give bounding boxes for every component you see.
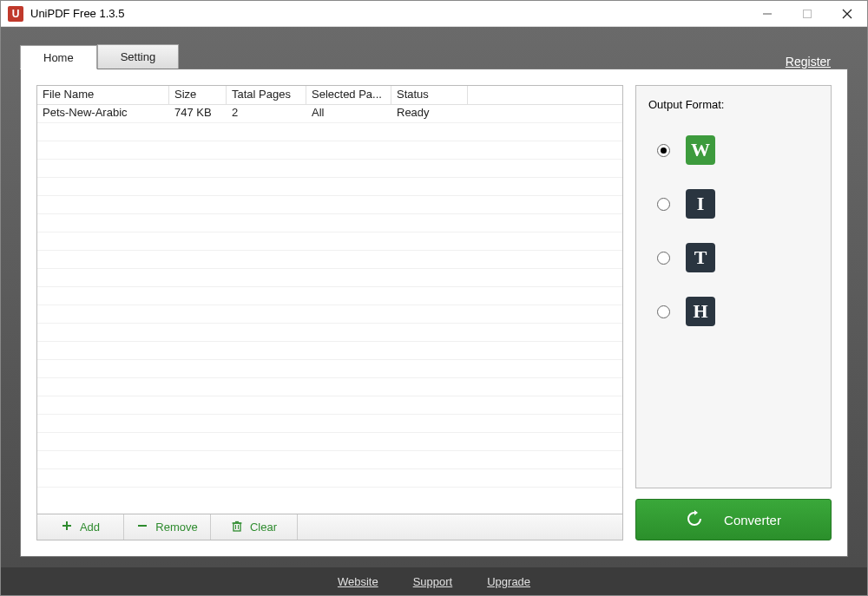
table-row[interactable]: Pets-New-Arabic 747 KB 2 All Ready — [37, 105, 622, 123]
cell-status: Ready — [391, 105, 468, 122]
minimize-button[interactable] — [747, 1, 787, 27]
action-bar: Add Remove Clear — [36, 514, 623, 540]
convert-label: Converter — [724, 513, 781, 527]
window-controls — [747, 1, 867, 27]
maximize-button[interactable] — [787, 1, 827, 27]
html-icon: H — [686, 297, 715, 326]
app-window: U UniPDF Free 1.3.5 Home Setting Registe… — [0, 0, 868, 596]
cell-selectedpages: All — [306, 105, 391, 122]
empty-row — [37, 342, 622, 360]
plus-icon — [61, 520, 73, 534]
radio-html[interactable] — [657, 305, 670, 318]
clear-label: Clear — [250, 521, 277, 534]
table-body: Pets-New-Arabic 747 KB 2 All Ready — [37, 105, 622, 488]
empty-row — [37, 378, 622, 396]
empty-row — [37, 451, 622, 469]
remove-button[interactable]: Remove — [124, 514, 211, 540]
app-icon: U — [8, 6, 23, 22]
empty-row — [37, 214, 622, 233]
header-status[interactable]: Status — [391, 86, 468, 104]
word-icon: W — [686, 135, 715, 165]
radio-word[interactable] — [657, 144, 670, 157]
window-title: UniPDF Free 1.3.5 — [30, 7, 747, 20]
table-header: File Name Size Tatal Pages Selected Pa..… — [37, 86, 622, 105]
empty-row — [37, 360, 622, 378]
minus-icon — [136, 520, 148, 534]
add-label: Add — [80, 521, 100, 534]
client-area: Home Setting Register File Name Size Tat… — [1, 27, 867, 595]
svg-rect-7 — [233, 523, 240, 531]
add-button[interactable]: Add — [37, 514, 124, 540]
cell-size: 747 KB — [169, 105, 227, 122]
format-option-image[interactable]: I — [648, 186, 819, 239]
header-totalpages[interactable]: Tatal Pages — [227, 86, 306, 104]
empty-row — [37, 178, 622, 196]
support-link[interactable]: Support — [413, 575, 453, 588]
convert-button[interactable]: Converter — [635, 499, 832, 540]
empty-row — [37, 433, 622, 451]
format-option-text[interactable]: T — [648, 239, 819, 293]
tab-home[interactable]: Home — [20, 45, 97, 69]
empty-row — [37, 233, 622, 251]
header-selectedpages[interactable]: Selected Pa... — [306, 86, 391, 104]
remove-label: Remove — [155, 521, 197, 534]
empty-row — [37, 196, 622, 214]
empty-row — [37, 415, 622, 433]
empty-row — [37, 160, 622, 178]
text-icon: T — [686, 243, 715, 272]
header-size[interactable]: Size — [169, 86, 227, 104]
main-panel: File Name Size Tatal Pages Selected Pa..… — [20, 69, 848, 557]
cell-totalpages: 2 — [227, 105, 306, 122]
output-format-title: Output Format: — [648, 98, 819, 111]
empty-row — [37, 141, 622, 160]
svg-rect-1 — [804, 10, 812, 17]
empty-row — [37, 251, 622, 269]
empty-row — [37, 396, 622, 415]
clear-button[interactable]: Clear — [211, 514, 298, 540]
right-column: Output Format: W I T H — [635, 85, 832, 540]
image-icon: I — [686, 189, 715, 219]
header-filename[interactable]: File Name — [37, 86, 169, 104]
file-table: File Name Size Tatal Pages Selected Pa..… — [36, 85, 623, 514]
register-link[interactable]: Register — [786, 55, 848, 69]
empty-row — [37, 469, 622, 488]
radio-image[interactable] — [657, 198, 670, 211]
tabs-row: Home Setting Register — [1, 27, 867, 69]
format-option-word[interactable]: W — [648, 132, 819, 186]
titlebar: U UniPDF Free 1.3.5 — [1, 1, 867, 27]
radio-text[interactable] — [657, 252, 670, 265]
refresh-icon — [686, 510, 703, 530]
empty-row — [37, 269, 622, 287]
tab-setting[interactable]: Setting — [97, 44, 179, 69]
upgrade-link[interactable]: Upgrade — [487, 575, 530, 588]
footer: Website Support Upgrade — [1, 567, 867, 595]
output-format-box: Output Format: W I T H — [635, 85, 832, 488]
format-option-html[interactable]: H — [648, 293, 819, 347]
left-column: File Name Size Tatal Pages Selected Pa..… — [36, 85, 623, 540]
website-link[interactable]: Website — [338, 575, 378, 588]
empty-row — [37, 287, 622, 305]
empty-row — [37, 324, 622, 342]
cell-filename: Pets-New-Arabic — [37, 105, 169, 122]
empty-row — [37, 305, 622, 324]
empty-row — [37, 123, 622, 141]
close-button[interactable] — [827, 1, 867, 27]
trash-icon — [231, 520, 243, 534]
header-extra — [468, 86, 622, 104]
